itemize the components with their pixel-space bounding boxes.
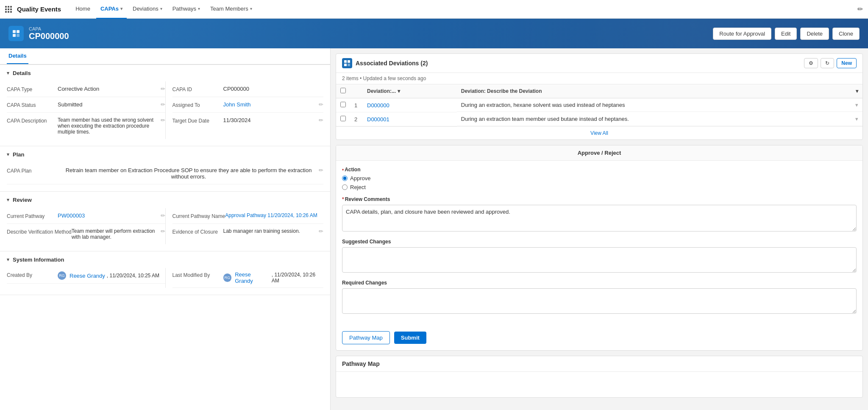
review-section-header[interactable]: ▾ Review bbox=[0, 192, 330, 208]
last-modified-value[interactable]: Reese Grandy bbox=[235, 271, 270, 284]
main-layout: Details ▾ Details CAPA Type Corrective A… bbox=[0, 48, 868, 410]
nav-item-home[interactable]: Home bbox=[71, 0, 95, 19]
reject-radio-item[interactable]: Reject bbox=[342, 184, 857, 190]
current-pathway-value[interactable]: PW000003 bbox=[58, 212, 157, 219]
route-for-approval-button[interactable]: Route for Approval bbox=[713, 28, 771, 40]
deviation-id-link[interactable]: D000001 bbox=[367, 116, 389, 123]
svg-rect-3 bbox=[5, 8, 7, 10]
chevron-down-icon: ▾ bbox=[7, 257, 9, 262]
svg-rect-14 bbox=[348, 60, 350, 63]
nav-item-pathways[interactable]: Pathways ▾ bbox=[168, 0, 204, 19]
submit-button[interactable]: Submit bbox=[394, 332, 426, 344]
panel-tabs: Details bbox=[0, 48, 330, 65]
details-section-header[interactable]: ▾ Details bbox=[0, 65, 330, 81]
suggested-changes-textarea[interactable] bbox=[342, 247, 857, 273]
grid-icon[interactable] bbox=[5, 6, 12, 13]
edit-icon[interactable]: ✏ bbox=[319, 167, 323, 173]
review-right-col: Current Pathway Name Approval Pathway 11… bbox=[165, 208, 324, 244]
capa-plan-row: CAPA Plan Retrain team member on Extract… bbox=[7, 163, 323, 184]
nav-item-deviations[interactable]: Deviations ▾ bbox=[128, 0, 167, 19]
refresh-button[interactable]: ↻ bbox=[821, 58, 834, 68]
chevron-down-icon: ▾ bbox=[7, 152, 9, 157]
row-checkbox[interactable] bbox=[340, 102, 346, 107]
approve-label: Approve bbox=[350, 175, 370, 181]
row-checkbox[interactable] bbox=[340, 116, 346, 121]
col-deviation-desc[interactable]: Deviation: Describe the Deviation ▾ bbox=[457, 84, 862, 98]
edit-icon[interactable]: ✏ bbox=[161, 86, 165, 92]
created-by-date: , 11/20/2024, 10:25 AM bbox=[107, 273, 159, 279]
svg-rect-0 bbox=[5, 6, 7, 8]
card-subtitle: 2 items • Updated a few seconds ago bbox=[336, 73, 862, 84]
new-deviation-button[interactable]: New bbox=[837, 58, 857, 68]
edit-icon[interactable]: ✏ bbox=[319, 101, 323, 108]
delete-button[interactable]: Delete bbox=[800, 28, 829, 40]
review-comments-textarea[interactable] bbox=[342, 205, 857, 231]
edit-icon[interactable]: ✏ bbox=[319, 117, 323, 123]
verification-row: Describe Verification Method Team member… bbox=[7, 224, 165, 244]
capa-icon-box bbox=[8, 26, 24, 41]
capa-plan-label: CAPA Plan bbox=[7, 167, 62, 174]
capa-id: CP000000 bbox=[29, 31, 69, 41]
edit-icon[interactable]: ✏ bbox=[161, 228, 165, 234]
capa-plan-value: Retrain team member on Extraction Proced… bbox=[65, 167, 312, 180]
created-by-value[interactable]: Reese Grandy bbox=[70, 273, 105, 279]
edit-icon[interactable]: ✏ bbox=[161, 212, 165, 219]
approve-radio-item[interactable]: Approve bbox=[342, 175, 857, 181]
target-due-row: Target Due Date 11/30/2024 ✏ bbox=[172, 113, 324, 128]
capa-label: CAPA bbox=[29, 26, 69, 31]
radio-group: Approve Reject bbox=[342, 175, 857, 190]
header-capa-info: CAPA CP000000 bbox=[29, 26, 69, 41]
clone-button[interactable]: Clone bbox=[832, 28, 860, 40]
plan-section-header[interactable]: ▾ Plan bbox=[0, 146, 330, 163]
action-label: • Action bbox=[342, 167, 857, 173]
tab-details[interactable]: Details bbox=[7, 48, 28, 64]
nav-item-team-members[interactable]: Team Members ▾ bbox=[206, 0, 256, 19]
reject-radio[interactable] bbox=[342, 184, 348, 190]
table-row: 2 D000001 During an extraction team memb… bbox=[336, 112, 862, 126]
col-deviation-id[interactable]: Deviation:... ▾ bbox=[363, 84, 457, 98]
nav-item-capas[interactable]: CAPAs ▾ bbox=[96, 0, 127, 19]
assigned-to-value[interactable]: John Smith bbox=[223, 101, 316, 108]
deviation-id-link[interactable]: D000000 bbox=[367, 102, 389, 109]
assigned-to-row: Assigned To John Smith ✏ bbox=[172, 97, 324, 113]
created-by-row: Created By RG Reese Grandy , 11/20/2024,… bbox=[7, 268, 165, 284]
chevron-down-icon: ▾ bbox=[120, 6, 122, 11]
svg-rect-10 bbox=[17, 30, 19, 33]
svg-rect-13 bbox=[344, 60, 347, 63]
svg-rect-1 bbox=[8, 6, 9, 8]
approve-reject-card: Approve / Reject • Action Approve bbox=[336, 145, 863, 351]
target-due-value: 11/30/2024 bbox=[223, 117, 316, 123]
evidence-label: Evidence of Closure bbox=[172, 228, 223, 235]
select-all-checkbox[interactable] bbox=[340, 88, 346, 93]
pathway-map-button[interactable]: Pathway Map bbox=[342, 331, 390, 344]
required-changes-textarea[interactable] bbox=[342, 288, 857, 314]
system-info-section-header[interactable]: ▾ System Information bbox=[0, 251, 330, 268]
edit-icon[interactable]: ✏ bbox=[857, 5, 863, 13]
associated-deviations-card: Associated Deviations (2) ⚙ ↻ New 2 item… bbox=[336, 53, 863, 140]
card-header-actions: ⚙ ↻ New bbox=[804, 58, 857, 68]
edit-icon[interactable]: ✏ bbox=[319, 228, 323, 234]
approve-radio[interactable] bbox=[342, 176, 348, 181]
details-section: ▾ Details CAPA Type Corrective Action ✏ … bbox=[0, 65, 330, 146]
suggested-changes-label: Suggested Changes bbox=[342, 239, 857, 245]
chevron-down-icon: ▾ bbox=[7, 70, 9, 76]
edit-icon[interactable]: ✏ bbox=[161, 101, 165, 108]
edit-icon[interactable]: ✏ bbox=[161, 117, 165, 123]
header-bar: CAPA CP000000 Route for Approval Edit De… bbox=[0, 19, 868, 48]
current-pathway-name-row: Current Pathway Name Approval Pathway 11… bbox=[172, 208, 324, 224]
row-expand-icon[interactable]: ▾ bbox=[855, 102, 858, 108]
review-comments-label: * Review Comments bbox=[342, 196, 857, 202]
view-all-link[interactable]: View All bbox=[336, 126, 862, 139]
review-section: ▾ Review Current Pathway PW000003 ✏ Desc… bbox=[0, 192, 330, 251]
row-number: 2 bbox=[350, 112, 363, 126]
edit-button[interactable]: Edit bbox=[775, 28, 797, 40]
gear-button[interactable]: ⚙ bbox=[804, 58, 818, 68]
svg-rect-4 bbox=[8, 8, 9, 10]
current-pathway-row: Current Pathway PW000003 ✏ bbox=[7, 208, 165, 224]
avatar: RG bbox=[58, 271, 66, 280]
details-right-col: CAPA ID CP000000 Assigned To John Smith … bbox=[165, 81, 324, 139]
chevron-down-icon: ▾ bbox=[398, 88, 400, 94]
row-expand-icon[interactable]: ▾ bbox=[855, 116, 858, 122]
current-pathway-name-value[interactable]: Approval Pathway 11/20/2024, 10:26 AM bbox=[225, 212, 323, 218]
review-section-body: Current Pathway PW000003 ✏ Describe Veri… bbox=[0, 208, 330, 251]
